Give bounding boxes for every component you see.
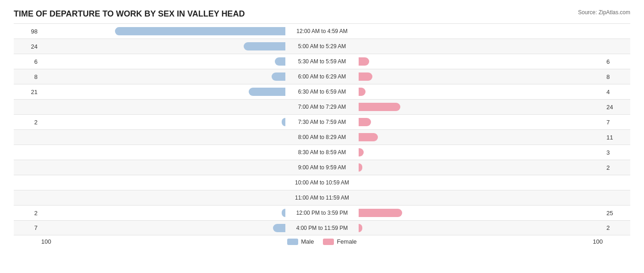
female-value: 8 [603,73,630,80]
footer-left-val: 100 [41,238,60,245]
female-value: 2 [603,224,630,231]
female-bar [359,72,372,81]
time-label: 7:30 AM to 7:59 AM [285,119,359,125]
time-label: 6:00 AM to 6:29 AM [285,73,359,80]
female-bar-area [359,118,603,126]
male-bar-area [41,178,285,187]
time-label: 5:30 AM to 5:59 AM [285,58,359,65]
male-legend-box [287,239,298,245]
time-label: 6:30 AM to 6:59 AM [285,89,359,95]
male-value: 8 [14,73,41,80]
male-bar [115,27,285,35]
male-bar-area [41,148,285,156]
female-bar [359,57,369,66]
female-bar [359,209,402,217]
footer-right-val: 100 [584,238,603,245]
time-label: 9:00 AM to 9:59 AM [285,164,359,171]
table-row: 7:00 AM to 7:29 AM 24 [14,99,630,114]
table-row: 6 5:30 AM to 5:59 AM 6 [14,54,630,69]
time-label: 12:00 AM to 4:59 AM [285,28,359,34]
male-bar-area [41,163,285,172]
female-value: 4 [603,89,630,95]
chart-rows: 98 12:00 AM to 4:59 AM 24 5:00 AM to 5:2… [14,23,630,235]
time-label: 8:00 AM to 8:29 AM [285,134,359,140]
table-row: 24 5:00 AM to 5:29 AM [14,39,630,54]
chart-container: TIME OF DEPARTURE TO WORK BY SEX IN VALL… [14,9,630,245]
male-bar-area [41,72,285,81]
table-row: 9:00 AM to 9:59 AM 2 [14,160,630,175]
time-label: 7:00 AM to 7:29 AM [285,104,359,110]
female-bar [359,118,371,126]
male-bar-area [41,27,285,35]
male-bar [273,224,285,232]
female-bar-area [359,178,603,187]
male-bar [282,118,285,126]
chart-title: TIME OF DEPARTURE TO WORK BY SEX IN VALL… [14,9,245,19]
male-bar-area [41,42,285,50]
time-label: 10:00 AM to 10:59 AM [285,179,359,186]
table-row: 8:30 AM to 8:59 AM 3 [14,145,630,160]
male-bar-area [41,103,285,111]
source-label: Source: ZipAtlas.com [578,9,630,16]
female-bar [359,148,364,156]
table-row: 21 6:30 AM to 6:59 AM 4 [14,84,630,99]
male-value: 2 [14,210,41,217]
female-bar [359,88,366,96]
female-bar-area [359,103,603,111]
time-label: 4:00 PM to 11:59 PM [285,225,359,231]
male-bar [244,42,285,50]
time-label: 11:00 AM to 11:59 AM [285,195,359,201]
male-bar-area [41,224,285,232]
female-value: 24 [603,104,630,111]
male-bar-area [41,209,285,217]
female-bar [359,163,362,172]
female-bar-area [359,42,603,50]
male-bar [272,72,285,81]
male-bar [275,57,285,66]
time-label: 8:30 AM to 8:59 AM [285,149,359,156]
male-value: 98 [14,28,41,35]
legend-male: Male [287,238,314,245]
female-bar-area [359,27,603,35]
female-bar [359,224,362,232]
female-value: 7 [603,119,630,126]
legend: Male Female [287,238,357,245]
male-value: 6 [14,58,41,65]
male-value: 7 [14,224,41,231]
female-bar-area [359,148,603,156]
male-bar [249,88,285,96]
table-row: 8 6:00 AM to 6:29 AM 8 [14,69,630,84]
male-legend-label: Male [301,238,314,245]
female-value: 25 [603,210,630,217]
female-bar-area [359,133,603,141]
male-bar-area [41,194,285,202]
male-bar-area [41,88,285,96]
female-bar-area [359,209,603,217]
table-row: 98 12:00 AM to 4:59 AM [14,23,630,39]
table-row: 7 4:00 PM to 11:59 PM 2 [14,220,630,235]
male-value: 24 [14,43,41,50]
male-value: 2 [14,119,41,126]
table-row: 8:00 AM to 8:29 AM 11 [14,129,630,145]
table-row: 2 7:30 AM to 7:59 AM 7 [14,114,630,129]
female-value: 6 [603,58,630,65]
female-value: 11 [603,134,630,141]
table-row: 2 12:00 PM to 3:59 PM 25 [14,205,630,220]
male-bar-area [41,57,285,66]
female-bar-area [359,57,603,66]
chart-footer: 100 Male Female 100 [14,238,630,245]
male-bar-area [41,133,285,141]
female-value: 3 [603,149,630,156]
male-bar-area [41,118,285,126]
female-bar-area [359,194,603,202]
male-bar [282,209,285,217]
time-label: 12:00 PM to 3:59 PM [285,210,359,216]
female-bar [359,103,400,111]
legend-female: Female [323,238,356,245]
table-row: 11:00 AM to 11:59 AM [14,190,630,205]
female-legend-box [323,239,334,245]
table-row: 10:00 AM to 10:59 AM [14,175,630,190]
female-value: 2 [603,164,630,171]
male-value: 21 [14,89,41,95]
female-bar-area [359,224,603,232]
